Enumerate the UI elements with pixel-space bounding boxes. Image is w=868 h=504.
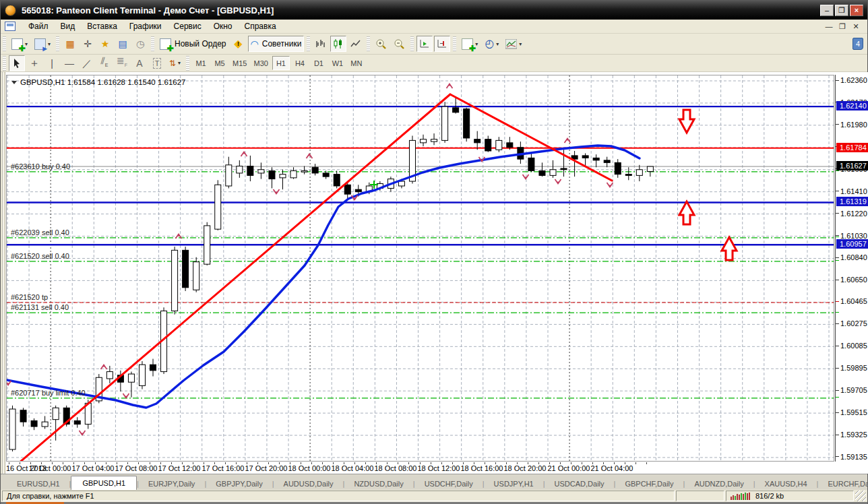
new-chart-button[interactable]: ✚ <box>9 36 30 52</box>
horizontal-line-button[interactable]: — <box>61 55 78 71</box>
symbol-tab-eurusd[interactable]: EURUSD,H1 <box>7 478 69 490</box>
price-tick <box>836 456 839 457</box>
symbol-tab-usdchf[interactable]: USDCHF,Daily <box>415 478 483 490</box>
symbol-tab-usdcad[interactable]: USDCAD,Daily <box>545 478 614 490</box>
chart-plot[interactable]: #623610 buy 0.40#622039 sell 0.40#621520… <box>6 75 834 462</box>
menu-file[interactable]: Файл <box>22 20 55 32</box>
signal-arrow-down[interactable] <box>679 110 694 133</box>
timeframe-m15-button[interactable]: M15 <box>230 56 249 70</box>
trendline-button[interactable]: ／ <box>79 55 95 71</box>
candle <box>528 153 534 172</box>
resize-grip[interactable] <box>855 491 866 501</box>
templates-button[interactable] <box>503 36 524 52</box>
time-axis[interactable]: 16 Oct 201317 Oct 00:0017 Oct 04:0017 Oc… <box>6 462 835 474</box>
symbol-tab-eurchf[interactable]: EURCHF,Daily <box>818 478 868 490</box>
restore-button[interactable]: ❐ <box>835 5 848 16</box>
toolbar-grip[interactable] <box>410 36 414 51</box>
timeframe-h4-button[interactable]: H4 <box>291 56 309 70</box>
symbol-tab-audnzd[interactable]: AUDNZD,Daily <box>685 478 753 490</box>
zoom-in-button[interactable] <box>373 36 390 52</box>
toolbar-grip[interactable] <box>151 36 154 51</box>
price-tick <box>836 235 839 236</box>
symbol-tab-gbpchf[interactable]: GBPCHF,Daily <box>615 478 683 490</box>
toolbar-grip[interactable] <box>307 36 310 51</box>
arrows-button[interactable]: ⇅ <box>166 55 183 71</box>
symbol-tab-gbpjpy[interactable]: GBPJPY,Daily <box>206 478 272 490</box>
price-axis[interactable]: 1.623601.621701.619801.617901.616001.614… <box>835 75 868 462</box>
text-label-button[interactable]: T <box>149 55 165 71</box>
menu-insert[interactable]: Вставка <box>81 20 123 32</box>
menu-help[interactable]: Справка <box>239 20 282 32</box>
timeframe-m1-button[interactable]: M1 <box>192 56 210 70</box>
toolbar-grip[interactable] <box>453 36 456 51</box>
symbol-tab-nzdusd[interactable]: NZDUSD,Daily <box>344 478 412 490</box>
notification-badge[interactable]: 4 <box>852 38 863 50</box>
price-box: 1.60957 <box>836 239 868 249</box>
close-button[interactable]: × <box>850 5 863 16</box>
menu-charts[interactable]: Графики <box>123 20 168 32</box>
symbol-tab-eurjpy[interactable]: EURJPY,Daily <box>139 478 205 490</box>
data-window-button[interactable]: ✛ <box>80 36 96 52</box>
metaeditor-button[interactable]: ◆ ! <box>230 36 247 52</box>
child-close-button[interactable]: ✕ <box>851 22 861 31</box>
chart-shift-button[interactable] <box>434 36 450 52</box>
toolbar-grip[interactable] <box>3 36 6 51</box>
market-watch-button[interactable]: ▦ <box>62 36 78 52</box>
navigator-button[interactable]: ★ <box>97 36 113 52</box>
crosshair-button[interactable]: ＋ <box>26 55 42 71</box>
equidistant-channel-button[interactable]: ⫽E <box>96 55 113 71</box>
indicators-button[interactable]: ✚ <box>459 36 480 52</box>
text-label-icon: T <box>153 58 162 69</box>
price-box: 1.61784 <box>836 143 868 152</box>
child-minimize-button[interactable]: — <box>824 22 834 31</box>
timeframe-m30-button[interactable]: M30 <box>251 56 271 70</box>
menu-tools[interactable]: Сервис <box>168 20 208 32</box>
periods-clock-icon: ◴ <box>485 39 494 49</box>
toolbar-grip[interactable] <box>3 56 6 71</box>
candle <box>518 141 524 164</box>
text-button[interactable]: A <box>131 55 148 71</box>
timeframe-h1-button[interactable]: H1 <box>272 56 290 70</box>
candlestick-chart-button[interactable] <box>330 36 346 52</box>
fibonacci-button[interactable]: ≣F <box>114 55 130 71</box>
timeframe-w1-button[interactable]: W1 <box>329 56 346 70</box>
symbol-tab-usdjpy[interactable]: USDJPY,H1 <box>485 478 543 490</box>
signal-arrow-up[interactable] <box>679 201 694 224</box>
new-order-button[interactable]: ✚ Новый Ордер <box>157 36 228 52</box>
strategy-tester-icon: ◷ <box>136 39 144 49</box>
child-restore-button[interactable]: ❐ <box>838 22 847 31</box>
toolbar-grip[interactable] <box>367 36 370 51</box>
timeframe-d1-button[interactable]: D1 <box>310 56 328 70</box>
trendline[interactable] <box>9 94 450 462</box>
menu-view[interactable]: Вид <box>55 20 82 32</box>
toolbar-grip[interactable] <box>186 56 189 71</box>
price-tick <box>836 412 839 413</box>
minimize-button[interactable]: – <box>820 5 834 16</box>
vertical-line-button[interactable]: | <box>44 55 60 71</box>
symbol-tab-audusd[interactable]: AUDUSD,Daily <box>274 478 343 490</box>
toolbar-grip[interactable] <box>56 36 59 51</box>
order-axis-tick <box>836 397 839 398</box>
candle <box>183 247 189 291</box>
zoom-out-icon <box>394 38 405 50</box>
bar-chart-button[interactable] <box>313 36 329 52</box>
terminal-window: 565018: Panteon Client Terminal - Демо С… <box>0 0 868 504</box>
signal-arrow-up[interactable] <box>722 237 737 260</box>
expert-advisors-button[interactable]: ◠ Советники <box>248 36 305 52</box>
zoom-out-button[interactable] <box>391 36 408 52</box>
chart-collapse-icon[interactable] <box>11 81 17 84</box>
line-chart-button[interactable] <box>348 36 364 52</box>
auto-scroll-button[interactable] <box>416 36 433 52</box>
symbol-tab-gbpusd[interactable]: GBPUSD,H1 <box>71 476 137 490</box>
profiles-button[interactable]: ▸ <box>32 36 53 52</box>
cursor-button[interactable] <box>9 55 25 71</box>
terminal-button[interactable]: ▤ <box>115 36 131 52</box>
candle <box>474 131 480 150</box>
timeframe-m5-button[interactable]: M5 <box>211 56 228 70</box>
strategy-tester-button[interactable]: ◷ <box>132 36 148 52</box>
menu-window[interactable]: Окно <box>208 20 239 32</box>
candle <box>280 170 286 189</box>
symbol-tab-xauusd[interactable]: XAUUSD,H4 <box>755 478 817 490</box>
periods-button[interactable]: ◴ <box>482 36 501 52</box>
timeframe-mn-button[interactable]: MN <box>348 56 365 70</box>
